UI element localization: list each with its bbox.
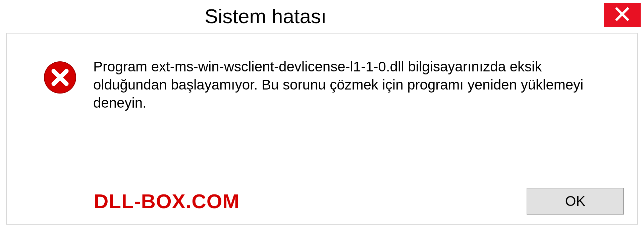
dialog-title: Sistem hatası bbox=[205, 5, 327, 28]
close-icon bbox=[615, 7, 630, 23]
ok-button[interactable]: OK bbox=[527, 188, 624, 215]
error-icon bbox=[44, 61, 76, 95]
dialog-footer: DLL-BOX.COM OK bbox=[7, 188, 637, 215]
watermark-text: DLL-BOX.COM bbox=[94, 190, 239, 213]
close-button[interactable] bbox=[604, 3, 641, 27]
titlebar: Sistem hatası bbox=[0, 0, 644, 32]
message-row: Program ext-ms-win-wsclient-devlicense-l… bbox=[7, 34, 637, 112]
ok-button-label: OK bbox=[565, 193, 586, 209]
dialog-content: Program ext-ms-win-wsclient-devlicense-l… bbox=[6, 33, 638, 225]
error-message: Program ext-ms-win-wsclient-devlicense-l… bbox=[93, 58, 610, 112]
